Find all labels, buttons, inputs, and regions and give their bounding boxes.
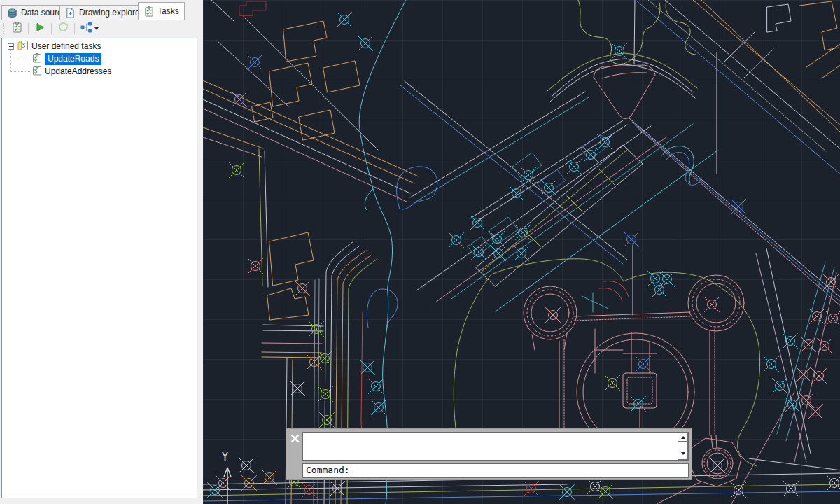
- tasks-folder-icon: [18, 40, 29, 53]
- tree-connector: [10, 71, 30, 72]
- tab-drawing-explorer[interactable]: Drawing explorer: [59, 5, 148, 20]
- sidebar-tabbar: Data sources Drawing explorer: [0, 0, 203, 20]
- drawing-page-icon: [65, 8, 76, 18]
- tree-item-label: UpdateAddresses: [45, 66, 111, 76]
- task-list-button[interactable]: [8, 21, 25, 36]
- task-item-icon: [32, 53, 42, 65]
- refresh-icon: [57, 21, 69, 36]
- ucs-icon: Y: [222, 451, 231, 504]
- task-tree-view-button[interactable]: [78, 21, 102, 36]
- sidebar: Data sources Drawing explorer: [0, 0, 203, 504]
- command-scrollbar[interactable]: [678, 433, 688, 460]
- toolbar-separator: [28, 23, 29, 34]
- toolbar-grip[interactable]: [3, 23, 6, 34]
- tab-tasks[interactable]: Tasks: [138, 2, 185, 20]
- command-prompt-line[interactable]: Command:: [302, 463, 689, 478]
- arrow-down-icon: [681, 452, 685, 455]
- map-layer-lavender: [217, 41, 806, 462]
- map-layer-darkred: [239, 1, 266, 15]
- toolbar-separator: [74, 23, 75, 34]
- command-close-button[interactable]: [288, 432, 301, 444]
- scroll-up-button[interactable]: [678, 433, 687, 442]
- command-window[interactable]: Command: -SPMIMPORT Enter the Task name …: [286, 428, 692, 480]
- tree-item-updateroads[interactable]: UpdateRoads: [32, 53, 102, 64]
- tree-connector: [10, 59, 30, 59]
- refresh-button[interactable]: [55, 21, 71, 36]
- toolbar-separator: [51, 23, 52, 34]
- arrow-up-icon: [681, 436, 685, 439]
- map-point-markers: [208, 13, 840, 500]
- tree-item-label: UpdateRoads: [45, 53, 102, 65]
- run-play-icon: [34, 22, 46, 36]
- drawing-canvas[interactable]: Y Command: -SPMIMPORT Enter the Task nam…: [203, 0, 840, 504]
- tasks-toolbar: [0, 20, 203, 37]
- ucs-axis-label: Y: [222, 451, 228, 463]
- chevron-down-icon: [94, 27, 99, 30]
- database-icon: [7, 8, 18, 18]
- task-tree-icon: [80, 22, 92, 36]
- close-icon: [290, 433, 300, 444]
- tree-item-updateaddresses[interactable]: UpdateAddresses: [32, 66, 111, 77]
- tree-root-label: User defined tasks: [31, 41, 101, 51]
- command-history-line: Command: -SPMIMPORT: [306, 458, 685, 461]
- tree-connector: [10, 48, 11, 72]
- run-task-button[interactable]: [31, 21, 48, 36]
- map-layer-vegetation: [578, 0, 696, 64]
- command-history[interactable]: Command: -SPMIMPORT Enter the Task name …: [302, 432, 689, 461]
- tree-root-user-defined-tasks[interactable]: User defined tasks: [18, 41, 101, 52]
- scroll-down-button[interactable]: [678, 449, 687, 458]
- clipboard-check-icon: [144, 6, 154, 17]
- tab-label: Drawing explorer: [79, 8, 143, 18]
- clipboard-check-icon: [11, 22, 22, 36]
- tasks-tree: User defined tasks UpdateRoads Updat: [1, 38, 197, 498]
- task-item-icon: [32, 66, 42, 78]
- tree-expand-toggle[interactable]: [8, 43, 14, 50]
- scroll-thumb[interactable]: [678, 442, 687, 449]
- map-layer-parcels: [468, 153, 542, 256]
- tab-label: Tasks: [158, 6, 179, 16]
